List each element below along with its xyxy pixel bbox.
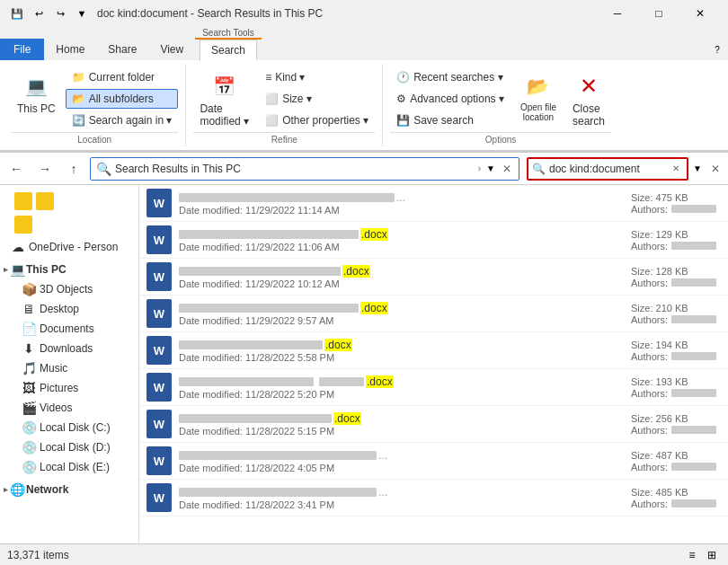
sidebar-item-downloads[interactable]: ⬇ Downloads — [0, 339, 138, 358]
table-row[interactable]: W .docx Date modified: 11/28/2022 5:15 P… — [139, 406, 728, 443]
ribbon-area: File Home Share View Search Tools Search… — [0, 27, 728, 153]
ribbon-help[interactable]: ? — [706, 39, 728, 60]
date-modified-icon: 📅 — [210, 72, 239, 101]
close-button[interactable]: ✕ — [679, 3, 721, 24]
tab-view[interactable]: View — [148, 39, 195, 60]
sidebar-item-network[interactable]: ▸ 🌐 Network — [0, 477, 138, 499]
sidebar-item-local-e[interactable]: 💿 Local Disk (E:) — [0, 457, 138, 477]
word-file-icon: W — [146, 262, 172, 291]
sidebar-item-local-d[interactable]: 💿 Local Disk (D:) — [0, 437, 138, 457]
search-again-label: Search again in ▾ — [89, 114, 173, 127]
qat-redo[interactable]: ↪ — [50, 4, 70, 23]
qat-dropdown[interactable]: ▼ — [72, 4, 92, 23]
advanced-options-button[interactable]: ⚙ Advanced options ▾ — [390, 89, 510, 109]
tab-share[interactable]: Share — [96, 39, 148, 60]
sidebar-item-documents[interactable]: 📄 Documents — [0, 319, 138, 339]
sidebar-item-local-c[interactable]: 💿 Local Disk (C:) — [0, 418, 138, 437]
up-button[interactable]: ↑ — [61, 156, 86, 181]
minimize-button[interactable]: ─ — [597, 3, 638, 24]
file-right-info: Size: 487 KB Authors: — [631, 450, 721, 472]
ribbon-content: 💻 This PC 📁 Current folder 📂 All subfold… — [0, 60, 728, 151]
title-bar: 💾 ↩ ↪ ▼ doc kind:document - Search Resul… — [0, 0, 728, 27]
sidebar-item-3d-objects[interactable]: 📦 3D Objects — [0, 279, 138, 299]
table-row[interactable]: W ... Date modified: 11/28/2022 3:41 PM … — [139, 480, 728, 516]
folder-thumb-3 — [14, 216, 32, 234]
file-name-row: ... — [179, 486, 624, 499]
file-name-row: .docx — [179, 339, 624, 351]
file-details: .docx Date modified: 11/28/2022 5:20 PM — [179, 375, 624, 400]
this-pc-expand-arrow: ▸ — [4, 265, 8, 274]
search-close-button[interactable]: ✕ — [706, 157, 724, 181]
size-button[interactable]: ⬜ Size ▾ — [259, 89, 375, 109]
file-list: W ... Date modified: 11/29/2022 11:14 AM… — [139, 185, 728, 543]
file-authors: Authors: — [631, 278, 721, 288]
table-row[interactable]: W ... Date modified: 11/28/2022 4:05 PM … — [139, 443, 728, 480]
authors-bar — [671, 463, 716, 471]
current-folder-label: Current folder — [89, 71, 155, 84]
search-bar[interactable]: 🔍 doc kind:document ✕ — [527, 157, 688, 181]
close-search-button[interactable]: ✕ Closesearch — [566, 67, 611, 132]
back-button[interactable]: ← — [4, 156, 29, 181]
all-subfolders-button[interactable]: 📂 All subfolders — [66, 89, 179, 109]
sidebar-item-this-pc[interactable]: ▸ 💻 This PC — [0, 257, 138, 279]
recent-searches-button[interactable]: 🕐 Recent searches ▾ — [390, 67, 510, 87]
large-icons-view-button[interactable]: ⊞ — [703, 546, 721, 564]
open-file-location-button[interactable]: 📂 Open filelocation — [514, 67, 563, 127]
this-pc-button[interactable]: 💻 This PC — [11, 67, 62, 119]
address-dropdown-button[interactable]: ▼ — [484, 163, 497, 173]
open-file-location-icon: 📂 — [524, 72, 553, 101]
file-date: Date modified: 11/28/2022 5:20 PM — [179, 389, 624, 400]
word-file-icon: W — [146, 225, 172, 254]
save-search-label: Save search — [413, 114, 474, 127]
table-row[interactable]: W .docx Date modified: 11/28/2022 5:20 P… — [139, 369, 728, 406]
table-row[interactable]: W .docx Date modified: 11/29/2022 11:06 … — [139, 222, 728, 259]
address-chevron: › — [478, 163, 481, 173]
table-row[interactable]: W .docx Date modified: 11/29/2022 10:12 … — [139, 259, 728, 296]
other-properties-button[interactable]: ⬜ Other properties ▾ — [259, 110, 375, 130]
kind-button[interactable]: ≡ Kind ▾ — [259, 67, 375, 87]
address-clear-button[interactable]: ✕ — [501, 163, 513, 175]
search-again-button[interactable]: 🔄 Search again in ▾ — [66, 110, 179, 130]
maximize-button[interactable]: □ — [638, 3, 679, 24]
tab-file[interactable]: File — [0, 39, 44, 60]
computer-icon: 💻 — [10, 262, 24, 277]
file-date: Date modified: 11/29/2022 9:57 AM — [179, 315, 624, 326]
file-authors: Authors: — [631, 425, 721, 436]
address-bar[interactable]: 🔍 Search Results in This PC › ▼ ✕ — [90, 157, 519, 181]
tab-search[interactable]: Search — [200, 40, 257, 61]
file-right-info: Size: 256 KB Authors: — [631, 413, 721, 436]
date-modified-button[interactable]: 📅 Datemodified ▾ — [193, 67, 255, 132]
save-search-button[interactable]: 💾 Save search — [390, 110, 510, 130]
close-search-icon: ✕ — [574, 72, 603, 101]
sidebar-item-videos[interactable]: 🎬 Videos — [0, 398, 138, 418]
address-text: Search Results in This PC — [115, 163, 475, 175]
search-again-icon: 🔄 — [72, 114, 85, 127]
current-folder-button[interactable]: 📁 Current folder — [66, 67, 179, 87]
table-row[interactable]: W .docx Date modified: 11/29/2022 9:57 A… — [139, 296, 728, 332]
current-folder-icon: 📁 — [72, 71, 85, 84]
options-group-content: 🕐 Recent searches ▾ ⚙ Advanced options ▾… — [390, 64, 611, 132]
file-right-info: Size: 194 KB Authors: — [631, 340, 721, 362]
tab-home[interactable]: Home — [44, 39, 96, 60]
authors-bar — [671, 426, 716, 434]
sidebar-item-pictures[interactable]: 🖼 Pictures — [0, 378, 138, 398]
file-authors: Authors: — [631, 351, 721, 362]
table-row[interactable]: W .docx Date modified: 11/28/2022 5:58 P… — [139, 332, 728, 369]
sidebar-item-onedrive[interactable]: ☁ OneDrive - Person — [0, 237, 138, 257]
forward-button[interactable]: → — [32, 156, 58, 181]
onedrive-icon: ☁ — [11, 240, 25, 254]
file-authors: Authors: — [631, 241, 721, 252]
file-size: Size: 256 KB — [631, 413, 721, 424]
close-search-label: Closesearch — [573, 102, 605, 128]
search-dropdown-button[interactable]: ▼ — [688, 157, 706, 181]
search-clear-button[interactable]: ✕ — [669, 162, 683, 176]
qat-save[interactable]: 💾 — [7, 4, 27, 23]
local-disk-d-icon: 💿 — [22, 440, 36, 455]
ribbon-group-options: 🕐 Recent searches ▾ ⚙ Advanced options ▾… — [383, 64, 618, 146]
sidebar-item-desktop[interactable]: 🖥 Desktop — [0, 299, 138, 319]
status-bar: 13,371 items ≡ ⊞ — [0, 543, 728, 565]
table-row[interactable]: W ... Date modified: 11/29/2022 11:14 AM… — [139, 185, 728, 222]
details-view-button[interactable]: ≡ — [683, 546, 701, 564]
sidebar-item-music[interactable]: 🎵 Music — [0, 358, 138, 378]
qat-undo[interactable]: ↩ — [29, 4, 49, 23]
